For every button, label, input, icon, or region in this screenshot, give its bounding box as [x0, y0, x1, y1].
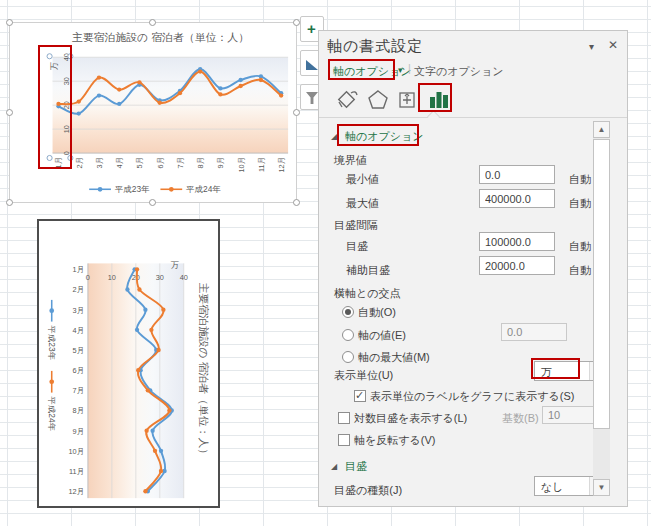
crosses-group-label: 横軸との交点	[334, 286, 401, 301]
legend-marker	[169, 187, 174, 192]
pane-scrollbar[interactable]: ▲ ▼	[593, 121, 610, 496]
data-point-marker	[279, 93, 283, 97]
minor-unit-input[interactable]	[479, 256, 555, 275]
selection-handle[interactable]	[6, 19, 13, 26]
crosses-value-input[interactable]: 0.0	[501, 323, 567, 341]
display-units-label: 表示単位(U)	[334, 368, 393, 383]
data-point-marker	[135, 267, 139, 271]
x-tick-label: 12月	[69, 487, 84, 496]
legend-marker	[49, 308, 54, 313]
funnel-icon	[306, 92, 318, 104]
bounds-group-label: 境界値	[334, 153, 367, 168]
scroll-down-icon[interactable]: ▼	[593, 479, 610, 496]
pane-title: 軸の書式設定	[327, 37, 423, 56]
fill-line-icon[interactable]	[335, 87, 361, 113]
data-point-marker	[156, 348, 160, 352]
data-point-marker	[259, 78, 263, 82]
min-auto-label[interactable]: 自動	[569, 172, 591, 187]
close-icon[interactable]: ✕	[608, 38, 618, 52]
data-point-marker	[146, 388, 150, 392]
rotated-chart-picture[interactable]: 010203040万1月2月3月4月5月6月7月8月9月10月11月12月主要宿…	[37, 219, 220, 508]
x-tick-label: 8月	[196, 157, 205, 168]
legend-marker	[49, 379, 54, 384]
x-tick-label: 5月	[135, 157, 144, 168]
data-point-marker	[238, 78, 242, 82]
y-tick-label: 40	[180, 273, 188, 282]
data-point-marker	[97, 75, 101, 79]
show-unit-label-checkbox[interactable]	[354, 390, 366, 402]
chevron-down-icon[interactable]: ▾	[398, 65, 403, 75]
min-input[interactable]	[479, 165, 555, 184]
data-point-marker	[178, 91, 182, 95]
y-tick-label: 0	[86, 273, 90, 282]
x-tick-label: 6月	[156, 157, 165, 168]
icon-tab-row	[319, 87, 627, 117]
annotation-chart-icon	[418, 83, 452, 112]
max-auto-label[interactable]: 自動	[569, 196, 591, 211]
data-point-marker	[218, 86, 222, 90]
data-point-marker	[125, 287, 129, 291]
tab-divider: |	[408, 62, 411, 74]
log-scale-checkbox[interactable]	[338, 412, 350, 424]
crosses-value-radio[interactable]	[342, 329, 354, 341]
selection-handle[interactable]	[293, 19, 300, 26]
legend-label: 平成23年	[115, 184, 150, 194]
data-point-marker	[117, 87, 121, 91]
legend-marker	[98, 187, 103, 192]
data-point-marker	[137, 287, 141, 291]
log-scale-label[interactable]: 対数目盛を表示する(L)	[354, 411, 467, 426]
crosses-auto-label[interactable]: 自動(O)	[358, 305, 396, 320]
major-auto-label[interactable]: 自動	[569, 239, 591, 254]
y-tick-label: 10	[108, 273, 116, 282]
scroll-up-icon[interactable]: ▲	[593, 121, 610, 138]
data-point-marker	[218, 92, 222, 96]
data-point-marker	[77, 111, 81, 115]
pane-collapse-icon[interactable]: ▾	[589, 41, 594, 52]
crosses-max-label[interactable]: 軸の最大値(M)	[358, 350, 430, 365]
y-tick-label: 30	[156, 273, 164, 282]
crosses-value-label[interactable]: 軸の値(E)	[358, 328, 406, 343]
max-label: 最大値	[346, 196, 379, 211]
legend-label: 平成24年	[186, 184, 221, 194]
selection-handle[interactable]	[6, 109, 13, 116]
major-unit-label: 目盛	[346, 239, 368, 254]
crosses-max-radio[interactable]	[342, 351, 354, 363]
plus-icon: +	[307, 20, 316, 37]
data-point-marker	[158, 101, 162, 105]
data-point-marker	[137, 80, 141, 84]
max-input[interactable]	[479, 189, 555, 208]
x-tick-label: 12月	[277, 157, 286, 172]
selection-handle[interactable]	[6, 199, 13, 206]
selection-handle[interactable]	[293, 199, 300, 206]
scrollbar-thumb[interactable]	[593, 139, 610, 429]
format-axis-pane: 軸の書式設定 ▾ ✕ 軸のオプション ▾ | 文字のオプション ◢ 軸のオプショ…	[318, 30, 628, 507]
tab-text-options[interactable]: 文字のオプション	[414, 64, 504, 79]
minor-auto-label[interactable]: 自動	[569, 263, 591, 278]
data-point-marker	[167, 408, 171, 412]
major-unit-input[interactable]	[479, 232, 555, 251]
x-tick-label: 5月	[73, 346, 84, 355]
data-point-marker	[144, 429, 148, 433]
x-tick-label: 9月	[216, 157, 225, 168]
reverse-axis-checkbox[interactable]	[338, 434, 350, 446]
tick-type-label: 目盛の種類(J)	[334, 483, 402, 498]
legend-label: 平成23年	[47, 325, 57, 361]
selection-handle[interactable]	[293, 109, 300, 116]
show-unit-label-text[interactable]: 表示単位のラベルをグラフに表示する(S)	[370, 389, 575, 404]
data-point-marker	[117, 102, 121, 106]
x-tick-label: 7月	[176, 157, 185, 168]
min-label: 最小値	[346, 172, 379, 187]
section-expand-icon[interactable]: ◢	[331, 462, 337, 471]
selection-handle[interactable]	[149, 199, 156, 206]
crosses-auto-radio[interactable]	[342, 306, 354, 318]
x-tick-label: 6月	[73, 366, 84, 375]
x-tick-label: 4月	[73, 326, 84, 335]
x-tick-label: 9月	[73, 427, 84, 436]
annotation-axis-options-section	[337, 124, 419, 146]
selection-handle[interactable]	[149, 19, 156, 26]
section-tick-marks[interactable]: 目盛	[345, 459, 367, 474]
data-point-marker	[143, 307, 147, 311]
effects-icon[interactable]	[365, 87, 391, 113]
reverse-axis-label[interactable]: 軸を反転する(V)	[354, 433, 435, 448]
data-point-marker	[135, 328, 139, 332]
